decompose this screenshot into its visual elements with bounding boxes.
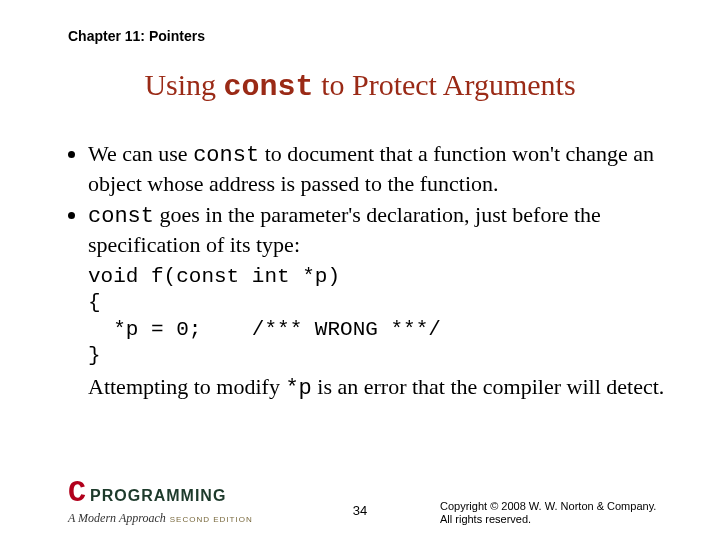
slide: Chapter 11: Pointers Using const to Prot… xyxy=(0,0,720,540)
bullet-list: We can use const to document that a func… xyxy=(68,140,670,258)
copyright-line1: Copyright © 2008 W. W. Norton & Company. xyxy=(440,500,660,513)
logo-subtitle: A Modern Approach xyxy=(68,511,166,525)
copyright-line2: All rights reserved. xyxy=(440,513,660,526)
code-block: void f(const int *p) { *p = 0; /*** WRON… xyxy=(88,264,670,369)
trailer-pre: Attempting to modify xyxy=(88,374,285,399)
trailer-mono: *p xyxy=(285,376,311,401)
logo-top: C PROGRAMMING xyxy=(68,478,278,508)
body-content: We can use const to document that a func… xyxy=(68,140,670,403)
logo-sub-row: A Modern Approach SECOND EDITION xyxy=(68,508,278,526)
copyright: Copyright © 2008 W. W. Norton & Company.… xyxy=(440,500,660,526)
book-logo: C PROGRAMMING A Modern Approach SECOND E… xyxy=(68,478,278,526)
trailer-post: is an error that the compiler will detec… xyxy=(312,374,664,399)
logo-word: PROGRAMMING xyxy=(90,487,226,505)
logo-c-letter: C xyxy=(68,478,86,508)
bullet-2: const goes in the parameter's declaratio… xyxy=(88,201,670,258)
bullet2-post: goes in the parameter's declaration, jus… xyxy=(88,202,601,257)
bullet-1: We can use const to document that a func… xyxy=(88,140,670,197)
title-pre: Using xyxy=(144,68,223,101)
bullet1-mono: const xyxy=(193,143,259,168)
trailer-text: Attempting to modify *p is an error that… xyxy=(88,373,670,403)
title-post: to Protect Arguments xyxy=(314,68,576,101)
logo-edition: SECOND EDITION xyxy=(170,515,253,524)
bullet2-mono: const xyxy=(88,204,154,229)
title-mono: const xyxy=(224,70,314,104)
bullet1-pre: We can use xyxy=(88,141,193,166)
slide-title: Using const to Protect Arguments xyxy=(0,68,720,104)
chapter-label: Chapter 11: Pointers xyxy=(68,28,205,44)
